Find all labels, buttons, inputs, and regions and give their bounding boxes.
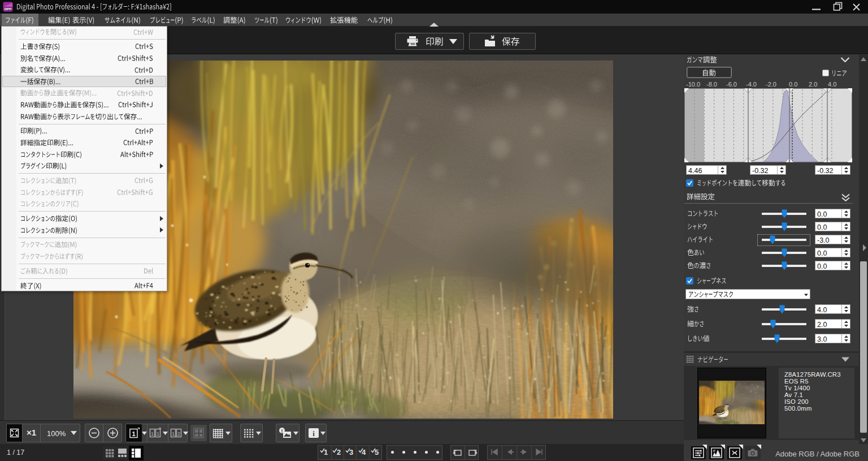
svg-text:1: 1 bbox=[132, 430, 135, 437]
svg-text:1: 1 bbox=[172, 431, 175, 437]
svg-text:i: i bbox=[313, 429, 315, 438]
svg-text:!: ! bbox=[281, 428, 283, 434]
svg-text:1: 1 bbox=[157, 431, 159, 437]
svg-text:2: 2 bbox=[177, 431, 180, 437]
svg-text:DPP: DPP bbox=[5, 7, 12, 11]
svg-text:1: 1 bbox=[151, 431, 154, 437]
